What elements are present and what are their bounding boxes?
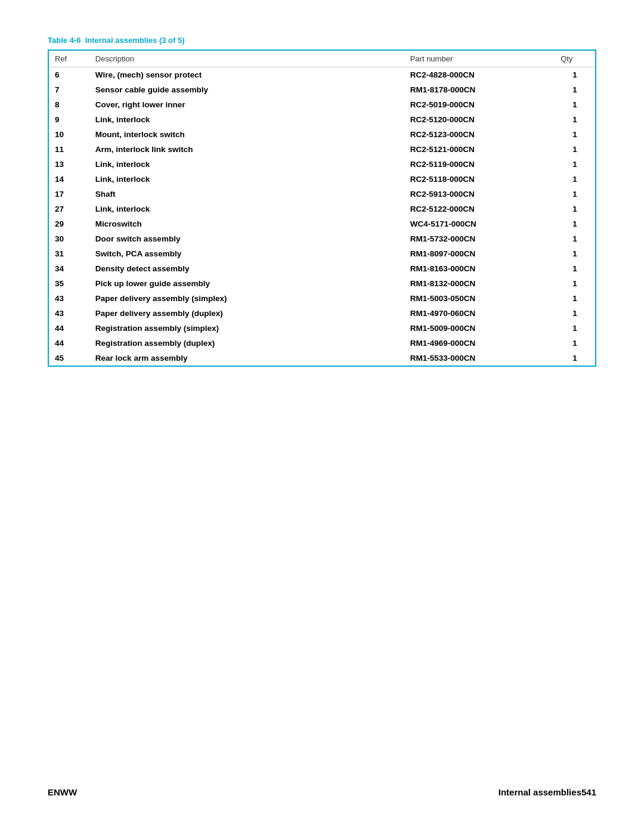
table-title: Table 4-6 Internal assemblies (3 of 5) xyxy=(48,36,596,45)
table-row: 43Paper delivery assembly (duplex)RM1-49… xyxy=(48,306,596,321)
cell-partnum: RC2-5119-000CN xyxy=(404,157,555,172)
cell-description: Link, interlock xyxy=(89,157,404,172)
table-row: 6Wire, (mech) sensor protectRC2-4828-000… xyxy=(48,67,596,83)
cell-description: Link, interlock xyxy=(89,112,404,127)
cell-partnum: RM1-5533-000CN xyxy=(404,351,555,366)
cell-ref: 8 xyxy=(48,97,89,112)
cell-description: Rear lock arm assembly xyxy=(89,351,404,366)
cell-description: Pick up lower guide assembly xyxy=(89,276,404,291)
cell-ref: 30 xyxy=(48,231,89,246)
cell-ref: 10 xyxy=(48,127,89,142)
cell-qty: 1 xyxy=(555,231,596,246)
cell-partnum: RM1-5003-050CN xyxy=(404,291,555,306)
cell-ref: 6 xyxy=(48,67,89,83)
footer-right: Internal assemblies541 xyxy=(499,787,596,797)
cell-qty: 1 xyxy=(555,216,596,231)
cell-partnum: RC2-5121-000CN xyxy=(404,142,555,157)
cell-description: Door switch assembly xyxy=(89,231,404,246)
cell-description: Registration assembly (simplex) xyxy=(89,321,404,336)
cell-partnum: RC2-5913-000CN xyxy=(404,187,555,202)
table-label: Table xyxy=(48,36,67,45)
cell-description: Paper delivery assembly (simplex) xyxy=(89,291,404,306)
cell-ref: 34 xyxy=(48,261,89,276)
cell-description: Paper delivery assembly (duplex) xyxy=(89,306,404,321)
table-row: 44Registration assembly (simplex)RM1-500… xyxy=(48,321,596,336)
table-row: 34Density detect assemblyRM1-8163-000CN1 xyxy=(48,261,596,276)
cell-partnum: RC2-5122-000CN xyxy=(404,202,555,216)
cell-qty: 1 xyxy=(555,336,596,351)
table-row: 30Door switch assemblyRM1-5732-000CN1 xyxy=(48,231,596,246)
table-row: 45Rear lock arm assemblyRM1-5533-000CN1 xyxy=(48,351,596,366)
cell-qty: 1 xyxy=(555,67,596,83)
cell-partnum: RM1-8163-000CN xyxy=(404,261,555,276)
table-description: Internal assemblies (3 of 5) xyxy=(85,36,185,45)
cell-partnum: RM1-5732-000CN xyxy=(404,231,555,246)
cell-qty: 1 xyxy=(555,157,596,172)
table-row: 9Link, interlockRC2-5120-000CN1 xyxy=(48,112,596,127)
cell-partnum: RC2-5123-000CN xyxy=(404,127,555,142)
cell-qty: 1 xyxy=(555,187,596,202)
cell-partnum: RC2-4828-000CN xyxy=(404,67,555,83)
cell-qty: 1 xyxy=(555,291,596,306)
cell-description: Arm, interlock link switch xyxy=(89,142,404,157)
table-row: 7Sensor cable guide assemblyRM1-8178-000… xyxy=(48,82,596,97)
cell-qty: 1 xyxy=(555,142,596,157)
cell-qty: 1 xyxy=(555,261,596,276)
col-header-ref: Ref xyxy=(48,50,89,67)
cell-qty: 1 xyxy=(555,172,596,187)
cell-ref: 27 xyxy=(48,202,89,216)
cell-ref: 14 xyxy=(48,172,89,187)
cell-partnum: RC2-5118-000CN xyxy=(404,172,555,187)
cell-description: Cover, right lower inner xyxy=(89,97,404,112)
cell-description: Switch, PCA assembly xyxy=(89,246,404,261)
table-row: 35Pick up lower guide assemblyRM1-8132-0… xyxy=(48,276,596,291)
cell-description: Sensor cable guide assembly xyxy=(89,82,404,97)
cell-ref: 31 xyxy=(48,246,89,261)
cell-description: Link, interlock xyxy=(89,202,404,216)
cell-ref: 7 xyxy=(48,82,89,97)
cell-ref: 35 xyxy=(48,276,89,291)
cell-partnum: RM1-8178-000CN xyxy=(404,82,555,97)
cell-description: Shaft xyxy=(89,187,404,202)
cell-ref: 45 xyxy=(48,351,89,366)
cell-qty: 1 xyxy=(555,246,596,261)
table-row: 13Link, interlockRC2-5119-000CN1 xyxy=(48,157,596,172)
cell-partnum: RM1-8132-000CN xyxy=(404,276,555,291)
cell-description: Mount, interlock switch xyxy=(89,127,404,142)
cell-qty: 1 xyxy=(555,321,596,336)
cell-ref: 43 xyxy=(48,291,89,306)
table-number: 4-6 xyxy=(70,36,81,45)
cell-description: Registration assembly (duplex) xyxy=(89,336,404,351)
cell-description: Link, interlock xyxy=(89,172,404,187)
page-footer: ENWW Internal assemblies541 xyxy=(48,763,596,797)
cell-qty: 1 xyxy=(555,276,596,291)
cell-description: Microswitch xyxy=(89,216,404,231)
table-row: 8Cover, right lower innerRC2-5019-000CN1 xyxy=(48,97,596,112)
cell-ref: 11 xyxy=(48,142,89,157)
table-row: 10Mount, interlock switchRC2-5123-000CN1 xyxy=(48,127,596,142)
cell-partnum: RM1-4969-000CN xyxy=(404,336,555,351)
col-header-partnum: Part number xyxy=(404,50,555,67)
cell-qty: 1 xyxy=(555,97,596,112)
cell-partnum: RC2-5120-000CN xyxy=(404,112,555,127)
cell-ref: 9 xyxy=(48,112,89,127)
col-header-qty: Qty xyxy=(555,50,596,67)
cell-qty: 1 xyxy=(555,306,596,321)
cell-qty: 1 xyxy=(555,82,596,97)
cell-description: Density detect assembly xyxy=(89,261,404,276)
cell-ref: 17 xyxy=(48,187,89,202)
cell-qty: 1 xyxy=(555,112,596,127)
table-row: 17ShaftRC2-5913-000CN1 xyxy=(48,187,596,202)
cell-partnum: WC4-5171-000CN xyxy=(404,216,555,231)
table-row: 43Paper delivery assembly (simplex)RM1-5… xyxy=(48,291,596,306)
table-header-row: Ref Description Part number Qty xyxy=(48,50,596,67)
table-row: 31Switch, PCA assemblyRM1-8097-000CN1 xyxy=(48,246,596,261)
cell-qty: 1 xyxy=(555,351,596,366)
table-row: 14Link, interlockRC2-5118-000CN1 xyxy=(48,172,596,187)
cell-ref: 43 xyxy=(48,306,89,321)
cell-ref: 13 xyxy=(48,157,89,172)
cell-partnum: RM1-5009-000CN xyxy=(404,321,555,336)
main-table: Ref Description Part number Qty 6Wire, (… xyxy=(48,49,596,367)
cell-partnum: RM1-8097-000CN xyxy=(404,246,555,261)
table-row: 29MicroswitchWC4-5171-000CN1 xyxy=(48,216,596,231)
